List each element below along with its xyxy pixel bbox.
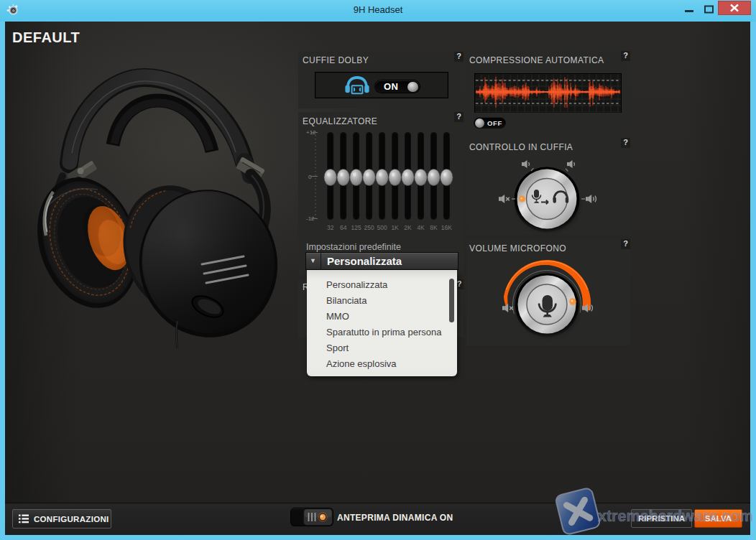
svg-text:1K: 1K (391, 224, 399, 231)
svg-text:125: 125 (351, 224, 361, 231)
svg-text:4K: 4K (417, 224, 425, 231)
svg-text:2K: 2K (404, 224, 412, 231)
svg-text:xtremehardware.com: xtremehardware.com (598, 508, 753, 525)
svg-text:16K: 16K (441, 224, 452, 231)
svg-text:64: 64 (340, 224, 347, 231)
svg-text:250: 250 (364, 224, 374, 231)
svg-text:8K: 8K (430, 224, 438, 231)
svg-text:0: 0 (308, 174, 312, 180)
svg-text:32: 32 (327, 224, 334, 231)
svg-text:500: 500 (377, 224, 387, 231)
